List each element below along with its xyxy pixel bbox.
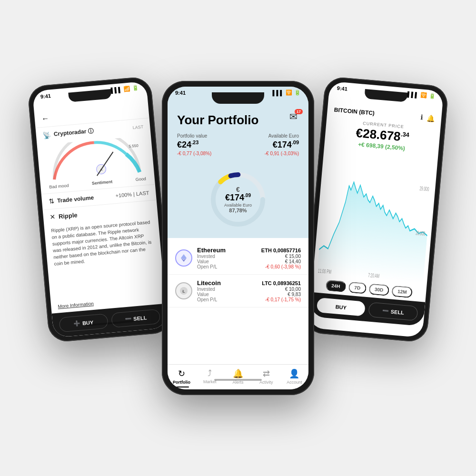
portfolio-header: ✉ 17 Your Portfolio Portfolio value €24.… <box>168 98 308 164</box>
donut-chart: € €174.09 Available Euro 87,78% <box>207 169 269 230</box>
portfolio-values: Portfolio value €24.23 -€ 0,77 (-3,08%) … <box>177 133 299 156</box>
trade-volume-icon: ⇅ <box>48 197 54 205</box>
ltc-name: Litecoin <box>197 279 221 287</box>
svg-text:5.550: 5.550 <box>129 143 139 149</box>
radar-chart: ✕ 5.550 <box>43 133 148 185</box>
available-euro-label: Available Euro <box>265 133 299 139</box>
nav-alerts[interactable]: 🔔 Alerts <box>224 368 252 387</box>
donut-euro: € <box>224 186 252 193</box>
last-tag: LAST <box>132 124 143 130</box>
left-status-icons: ▌▌▌ 📶 🔋 <box>110 85 139 93</box>
back-button[interactable]: ← <box>41 114 50 123</box>
center-notch <box>212 92 264 104</box>
nav-portfolio[interactable]: ↻ Portfolio <box>168 368 196 387</box>
btc-action-icons: ℹ 🔔 <box>420 113 435 122</box>
account-nav-label: Account <box>287 380 302 385</box>
eth-pl-val: -€ 0,60 (-3,98 %) <box>265 264 301 269</box>
btc-buy-label: BUY <box>335 304 347 310</box>
tab-7d[interactable]: 7D <box>348 282 367 294</box>
center-status-icons: ▌▌▌ 🛜 🔋 <box>273 89 301 96</box>
ltc-icon: Ł <box>175 282 192 299</box>
btc-bell-icon[interactable]: 🔔 <box>426 114 435 122</box>
left-phone: 9:41 ▌▌▌ 📶 🔋 ← 📡 Cryptoradar ⓘ <box>27 76 173 343</box>
btc-sell-button[interactable]: ➖ SELL <box>368 302 418 321</box>
eth-pl-label: Open P/L <box>197 264 217 269</box>
nav-active-indicator <box>175 387 189 387</box>
nav-account[interactable]: 👤 Account <box>280 368 308 387</box>
btc-buy-button[interactable]: BUY <box>317 298 366 317</box>
donut-percent: 87,78% <box>224 207 252 213</box>
btc-sell-label: SELL <box>390 308 404 315</box>
left-phone-screen: 9:41 ▌▌▌ 📶 🔋 ← 📡 Cryptoradar ⓘ <box>32 81 168 338</box>
nav-activity[interactable]: ⇄ Activity <box>252 368 280 387</box>
btc-minus-icon: ➖ <box>382 307 389 314</box>
closed-pl: -€ 0,91 (-3,03%) <box>265 151 299 156</box>
right-battery-icon: 🔋 <box>429 93 436 99</box>
ripple-content: 9:41 ▌▌▌ 📶 🔋 ← 📡 Cryptoradar ⓘ <box>32 81 168 338</box>
open-pl: -€ 0,77 (-3,08%) <box>177 151 211 156</box>
ltc-details: Litecoin LTC 0,08936251 Invested € 10,00… <box>197 279 301 302</box>
portfolio-value-label: Portfolio value <box>177 133 211 139</box>
tab-24h[interactable]: 24H <box>325 279 346 292</box>
left-status-time: 9:41 <box>40 93 51 99</box>
btc-info-icon[interactable]: ℹ <box>420 113 423 121</box>
radar-icon: 📡 <box>42 131 51 139</box>
eth-value-label: Value <box>197 259 209 264</box>
ripple-description: Ripple (XRP) is an open source protocol … <box>44 215 164 302</box>
available-euro-main: €174.09 <box>265 139 299 150</box>
sell-button[interactable]: ➖ SELL <box>111 309 160 328</box>
crypto-list: Ethereum ETH 0,00857716 Invested € 15,00… <box>168 238 308 364</box>
mail-badge-container[interactable]: ✉ 17 <box>287 111 300 122</box>
ltc-value-val: € 9,83 <box>288 292 301 297</box>
trade-volume-label: Trade volume <box>57 194 94 204</box>
tab-12m[interactable]: 12M <box>391 286 413 298</box>
ltc-invested-label: Invested <box>197 287 215 292</box>
btc-chart: 29.000 28.000 11:00 PM 7:20 AM <box>313 149 437 286</box>
alerts-nav-icon: 🔔 <box>233 368 243 379</box>
portfolio-value-main: €24.23 <box>177 139 211 150</box>
right-status-icons: ▌▌▌ 🛜 🔋 <box>407 91 436 99</box>
good-label: Good <box>135 176 146 182</box>
center-signal-icon: ▌▌▌ <box>273 90 284 96</box>
bottom-nav: ↻ Portfolio ⤴ Market 🔔 Alerts ⇄ Acti <box>168 364 308 389</box>
eth-invested-val: € 15,00 <box>285 254 301 259</box>
portfolio-nav-label: Portfolio <box>173 380 190 385</box>
mail-count-badge: 17 <box>295 109 303 114</box>
eth-amount: ETH 0,00857716 <box>261 248 301 253</box>
ltc-invested-val: € 10,00 <box>285 287 301 292</box>
svg-text:28.000: 28.000 <box>416 229 426 237</box>
phones-container: 9:41 ▌▌▌ 📶 🔋 ← 📡 Cryptoradar ⓘ <box>24 33 452 443</box>
market-nav-icon: ⤴ <box>208 368 212 378</box>
svg-text:29.000: 29.000 <box>419 185 429 192</box>
svg-text:11:00 PM: 11:00 PM <box>318 267 332 275</box>
donut-value: €174.09 <box>224 193 252 203</box>
center-wifi-icon: 🛜 <box>286 89 292 96</box>
cryptoradar-title: Cryptoradar ⓘ <box>53 127 94 139</box>
portfolio-value-block: Portfolio value €24.23 -€ 0,77 (-3,08%) <box>177 133 211 156</box>
activity-nav-icon: ⇄ <box>263 368 270 379</box>
eth-invested-row: Invested € 15,00 <box>197 254 301 259</box>
cryptoradar-section: 📡 Cryptoradar ⓘ LAST <box>36 118 155 194</box>
wifi-icon: 📶 <box>124 85 131 92</box>
litecoin-item[interactable]: Ł Litecoin LTC 0,08936251 Invested € 10,… <box>168 275 308 307</box>
sell-label: SELL <box>133 315 147 321</box>
btc-title: BITCOIN (BTC) <box>334 107 375 117</box>
center-battery-icon: 🔋 <box>294 89 301 96</box>
right-signal-icon: ▌▌▌ <box>407 91 418 98</box>
bitcoin-content: 9:41 ▌▌▌ 🛜 🔋 BITCOIN (BTC) ℹ 🔔 <box>308 81 444 338</box>
center-status-time: 9:41 <box>175 90 186 96</box>
nav-market[interactable]: ⤴ Market <box>196 368 224 387</box>
eth-name: Ethereum <box>197 247 226 254</box>
donut-center: € €174.09 Available Euro 87,78% <box>224 186 252 213</box>
ltc-pl-val: -€ 0,17 (-1,75 %) <box>265 297 301 302</box>
eth-icon <box>175 249 192 267</box>
tab-30d[interactable]: 30D <box>368 283 389 296</box>
donut-section: € €174.09 Available Euro 87,78% <box>168 164 308 238</box>
svg-text:7:20 AM: 7:20 AM <box>368 271 380 279</box>
ethereum-item[interactable]: Ethereum ETH 0,00857716 Invested € 15,00… <box>168 242 308 275</box>
center-home-indicator <box>214 379 262 381</box>
account-nav-icon: 👤 <box>289 368 299 379</box>
right-phone: 9:41 ▌▌▌ 🛜 🔋 BITCOIN (BTC) ℹ 🔔 <box>303 76 449 343</box>
right-wifi-icon: 🛜 <box>420 92 427 99</box>
ltc-invested-row: Invested € 10,00 <box>197 287 301 292</box>
